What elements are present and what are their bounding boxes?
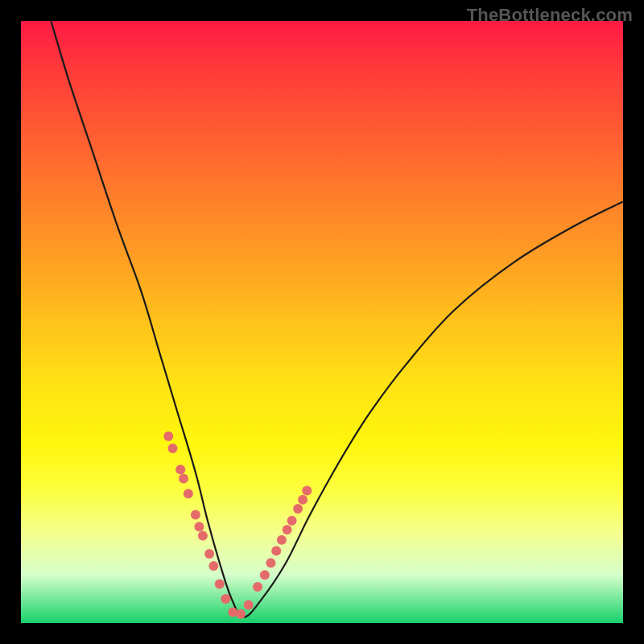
chart-frame: TheBottleneck.com — [0, 0, 644, 644]
sample-dot — [204, 549, 214, 559]
sample-dots-group — [163, 431, 312, 619]
sample-dot — [175, 464, 185, 474]
sample-dot — [184, 489, 193, 498]
sample-dot — [271, 546, 281, 555]
sample-dot — [191, 510, 200, 519]
sample-dot — [179, 474, 188, 484]
sample-dot — [253, 582, 262, 592]
sample-dot — [283, 525, 292, 535]
sample-dot — [260, 570, 270, 580]
sample-dot — [244, 601, 254, 610]
sample-dot — [298, 495, 308, 505]
sample-dot — [236, 609, 246, 619]
plot-area — [21, 21, 623, 623]
sample-dot — [194, 522, 204, 531]
sample-dot — [198, 531, 208, 541]
curve-layer — [21, 21, 623, 623]
sample-dot — [215, 579, 225, 588]
sample-dot — [221, 594, 230, 604]
sample-dot — [287, 516, 297, 526]
bottleneck-curve — [51, 21, 623, 617]
sample-dot — [293, 504, 303, 514]
sample-dot — [266, 558, 275, 568]
sample-dot — [277, 535, 287, 545]
sample-dot — [168, 444, 178, 453]
sample-dot — [208, 561, 218, 571]
sample-dot — [302, 485, 312, 495]
sample-dot — [163, 431, 173, 441]
